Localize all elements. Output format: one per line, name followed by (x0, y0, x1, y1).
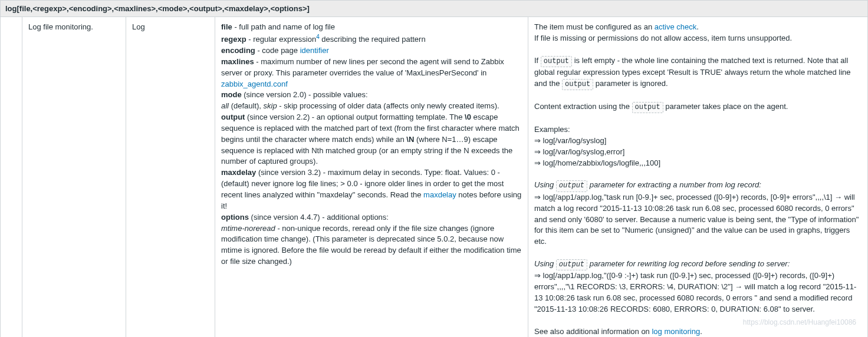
notes-cell: The item must be configured as an active… (528, 17, 868, 338)
output-code: output (541, 56, 572, 67)
param-regexp: regexp (221, 35, 246, 44)
examples-header: Examples: (534, 125, 570, 134)
param-mode-text1: (since version 2.0) - possible values: (242, 90, 368, 99)
using-output-extract-post: parameter for extracting a number from l… (587, 180, 761, 189)
param-regexp-text: - regular expression (246, 35, 317, 44)
note-output-empty-pre: If (534, 56, 541, 65)
using-output-rewrite-pre: Using (534, 259, 556, 268)
mode-text3: - skip processing of older data (affects… (277, 101, 499, 110)
param-file: file (221, 22, 232, 31)
using-output-extract-pre: Using (534, 180, 556, 189)
example-rewrite: ⇒ log[/app1/app.log,"([0-9 :-]+) task ru… (534, 271, 856, 313)
output-text1: (since version 2.2) - an optional output… (245, 113, 465, 121)
mode-all: all (221, 101, 229, 110)
output-code2: output (562, 79, 593, 90)
mode-text2: (default), (229, 101, 264, 110)
parameters-cell: file - full path and name of log file re… (215, 17, 528, 338)
note-active-check-post: . (696, 22, 699, 31)
param-maxlines: maxlines (221, 57, 254, 66)
output-bs0: \0 (465, 113, 471, 121)
options-text1: (since version 4.4.7) - additional optio… (249, 213, 389, 222)
note-extraction-post: parameter takes place on the agent. (663, 102, 788, 111)
note-output-empty-post: parameter is ignored. (593, 79, 668, 88)
output-code3: output (632, 102, 663, 113)
param-file-text: - full path and name of log file (232, 22, 335, 31)
param-options: options (221, 213, 249, 222)
type-cell: Log (126, 17, 215, 338)
mode-skip: skip (264, 101, 277, 110)
example-3: ⇒ log[/home/zabbix/logs/logfile,,,100] (534, 158, 660, 167)
log-monitoring-link[interactable]: log monitoring (652, 327, 700, 336)
description-cell: Log file monitoring. (22, 17, 126, 338)
spacer-cell (1, 17, 22, 338)
param-mode: mode (221, 90, 242, 99)
encoding-identifier-link[interactable]: identifier (300, 46, 329, 55)
example-extract: ⇒ log[/app1/app.log,"task run [0-9.]+ se… (534, 193, 859, 246)
item-key-header: log[file,<regexp>,<encoding>,<maxlines>,… (0, 0, 868, 16)
param-encoding-text: - code page (255, 46, 300, 55)
param-maxlines-text: - maximum number of new lines per second… (221, 57, 504, 77)
note-active-check-pre: The item must be configured as an (534, 22, 655, 31)
note-missing-file: If file is missing or permissions do not… (534, 34, 792, 42)
maxdelay-link[interactable]: maxdelay (423, 190, 456, 199)
param-encoding: encoding (221, 46, 255, 55)
using-output-rewrite-post: parameter for rewriting log record befor… (587, 259, 790, 268)
note-extraction-pre: Content extraction using the (534, 102, 632, 111)
output-bsn: \N (406, 135, 414, 144)
output-code4: output (556, 180, 587, 191)
output-code5: output (556, 259, 587, 270)
param-output: output (221, 113, 245, 121)
agentd-conf-link[interactable]: zabbix_agentd.conf (221, 80, 288, 88)
example-2: ⇒ log[/var/log/syslog,error] (534, 147, 624, 156)
see-also-pre: See also additional information on (534, 327, 652, 336)
table-row: Log file monitoring. Log file - full pat… (1, 17, 868, 338)
param-maxdelay: maxdelay (221, 168, 256, 177)
param-regexp-text2: describing the required pattern (320, 35, 426, 44)
example-1: ⇒ log[/var/log/syslog] (534, 136, 606, 145)
see-also-post: . (700, 327, 702, 336)
active-check-link[interactable]: active check (655, 22, 697, 31)
doc-table: Log file monitoring. Log file - full pat… (0, 16, 868, 337)
mtime-noreread: mtime-noreread (221, 224, 275, 233)
